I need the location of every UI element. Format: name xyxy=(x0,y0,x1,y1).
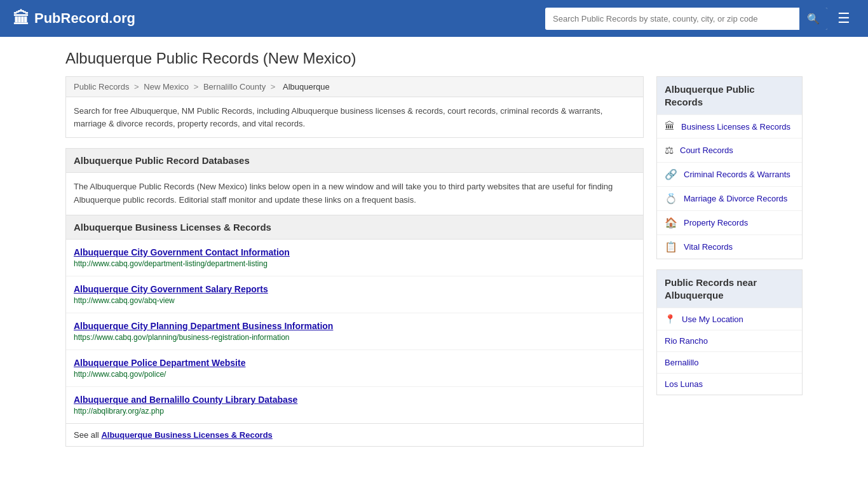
business-section-header: Albuquerque Business Licenses & Records xyxy=(65,215,644,240)
sidebar-section-title: Albuquerque PublicRecords xyxy=(657,77,802,114)
breadcrumb-link-bernalillo[interactable]: Bernalillo County xyxy=(203,82,266,92)
search-input[interactable] xyxy=(545,9,799,29)
sidebar-item-bernalillo[interactable]: Bernalillo xyxy=(657,351,802,373)
sidebar-item-vital-records[interactable]: 📋 Vital Records xyxy=(657,234,802,259)
nearby-item-label: Use My Location xyxy=(682,315,743,324)
menu-icon[interactable]: ☰ xyxy=(832,8,855,29)
record-item: Albuquerque and Bernalillo County Librar… xyxy=(66,387,643,423)
logo-icon: 🏛 xyxy=(13,9,29,29)
nearby-title-text: Public Records nearAlbuquerque xyxy=(665,277,757,301)
page-title: Albuquerque Public Records (New Mexico) xyxy=(65,50,803,67)
main-container: Albuquerque Public Records (New Mexico) … xyxy=(53,37,815,459)
sidebar-item-court-records[interactable]: ⚖ Court Records xyxy=(657,138,802,162)
scale-icon: ⚖ xyxy=(665,144,674,156)
sidebar-item-label: Marriage & Divorce Records xyxy=(684,194,787,203)
record-item: Albuquerque City Planning Department Bus… xyxy=(66,313,643,350)
record-url-1[interactable]: http://www.cabq.gov/department-listing/d… xyxy=(74,259,635,268)
sidebar-item-label: Business Licenses & Records xyxy=(681,122,790,132)
sidebar-item-marriage-records[interactable]: 💍 Marriage & Divorce Records xyxy=(657,186,802,210)
record-item: Albuquerque Police Department Website ht… xyxy=(66,350,643,387)
sidebar-item-rio-rancho[interactable]: Rio Rancho xyxy=(657,330,802,351)
document-icon: 📋 xyxy=(665,241,677,253)
chain-icon: 🔗 xyxy=(665,168,677,180)
record-url-5[interactable]: http://abqlibrary.org/az.php xyxy=(74,407,635,416)
sidebar-section-public-records: Albuquerque PublicRecords 🏛 Business Lic… xyxy=(656,76,803,259)
site-logo[interactable]: 🏛 PubRecord.org xyxy=(13,9,135,29)
breadcrumb-link-public-records[interactable]: Public Records xyxy=(74,82,129,92)
sidebar-item-business-licenses[interactable]: 🏛 Business Licenses & Records xyxy=(657,114,802,138)
record-title-2[interactable]: Albuquerque City Government Salary Repor… xyxy=(74,284,635,294)
header-right: 🔍 ☰ xyxy=(545,8,855,30)
see-all-link[interactable]: Albuquerque Business Licenses & Records xyxy=(101,430,272,440)
building-icon: 🏛 xyxy=(665,121,675,132)
search-button[interactable]: 🔍 xyxy=(799,8,827,30)
records-list: Albuquerque City Government Contact Info… xyxy=(65,240,644,424)
see-all-text: See all xyxy=(74,430,101,440)
left-content: Public Records > New Mexico > Bernalillo… xyxy=(65,76,644,447)
databases-description: The Albuquerque Public Records (New Mexi… xyxy=(65,173,644,215)
record-title-1[interactable]: Albuquerque City Government Contact Info… xyxy=(74,247,635,257)
breadcrumb-link-new-mexico[interactable]: New Mexico xyxy=(144,82,189,92)
search-bar: 🔍 xyxy=(545,8,827,30)
location-pin-icon: 📍 xyxy=(665,314,675,324)
ring-icon: 💍 xyxy=(665,193,677,205)
breadcrumb: Public Records > New Mexico > Bernalillo… xyxy=(65,76,644,97)
record-url-2[interactable]: http://www.cabq.gov/abq-view xyxy=(74,296,635,305)
sidebar-item-los-lunas[interactable]: Los Lunas xyxy=(657,373,802,395)
see-all-section: See all Albuquerque Business Licenses & … xyxy=(65,424,644,447)
breadcrumb-current: Albuquerque xyxy=(283,82,330,92)
main-description: Search for free Albuquerque, NM Public R… xyxy=(65,97,644,138)
breadcrumb-sep-2: > xyxy=(194,82,201,92)
breadcrumb-sep-1: > xyxy=(134,82,141,92)
nearby-label: Bernalillo xyxy=(665,358,698,367)
sidebar-item-label: Property Records xyxy=(684,218,748,227)
record-url-4[interactable]: http://www.cabq.gov/police/ xyxy=(74,370,635,379)
nearby-label: Los Lunas xyxy=(665,379,703,389)
sidebar-section-nearby: Public Records nearAlbuquerque 📍 Use My … xyxy=(656,269,803,395)
content-layout: Public Records > New Mexico > Bernalillo… xyxy=(65,76,803,447)
record-title-3[interactable]: Albuquerque City Planning Department Bus… xyxy=(74,321,635,331)
sidebar-item-label: Criminal Records & Warrants xyxy=(684,170,790,179)
site-header: 🏛 PubRecord.org 🔍 ☰ xyxy=(0,0,868,37)
logo-text: PubRecord.org xyxy=(34,10,135,27)
sidebar-title-text: Albuquerque PublicRecords xyxy=(665,84,755,107)
record-item: Albuquerque City Government Salary Repor… xyxy=(66,276,643,313)
sidebar-item-use-location[interactable]: 📍 Use My Location xyxy=(657,308,802,330)
sidebar-item-label: Vital Records xyxy=(684,242,733,252)
record-title-4[interactable]: Albuquerque Police Department Website xyxy=(74,358,635,368)
nearby-label: Rio Rancho xyxy=(665,336,708,346)
breadcrumb-sep-3: > xyxy=(271,82,278,92)
record-item: Albuquerque City Government Contact Info… xyxy=(66,240,643,276)
record-url-3[interactable]: https://www.cabq.gov/planning/business-r… xyxy=(74,333,635,342)
databases-section-header: Albuquerque Public Record Databases xyxy=(65,148,644,173)
sidebar-item-label: Court Records xyxy=(680,146,733,155)
sidebar-item-property-records[interactable]: 🏠 Property Records xyxy=(657,210,802,234)
sidebar-nearby-title: Public Records nearAlbuquerque xyxy=(657,270,802,308)
right-sidebar: Albuquerque PublicRecords 🏛 Business Lic… xyxy=(656,76,803,447)
sidebar-item-criminal-records[interactable]: 🔗 Criminal Records & Warrants xyxy=(657,162,802,186)
house-icon: 🏠 xyxy=(665,217,677,229)
record-title-5[interactable]: Albuquerque and Bernalillo County Librar… xyxy=(74,395,635,405)
